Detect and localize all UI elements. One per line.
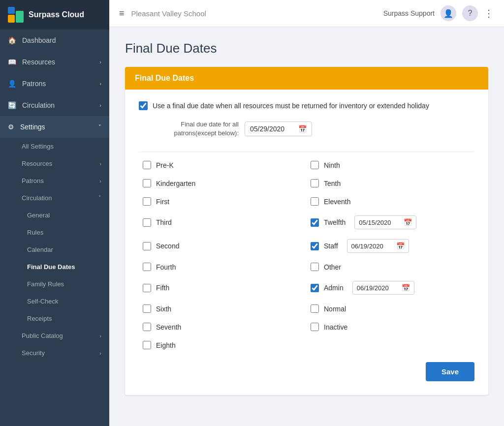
sidebar-item-security[interactable]: Security ›	[0, 344, 109, 362]
grade-row-empty	[307, 336, 474, 354]
card-body: Use a final due date when all resources …	[125, 90, 488, 395]
grade-date-input-staff[interactable]	[351, 243, 393, 250]
sidebar-item-patrons[interactable]: 👤 Patrons ›	[0, 73, 109, 94]
grade-label-third: Third	[156, 218, 172, 226]
grade-checkbox-prek[interactable]	[143, 161, 151, 169]
page-title: Final Due Dates	[125, 41, 488, 56]
chevron-down-icon: ˅	[98, 195, 101, 201]
circulation-label: Circulation	[22, 101, 55, 109]
chevron-down-icon: ˅	[98, 124, 101, 130]
menu-icon[interactable]: ≡	[119, 8, 125, 19]
grade-checkbox-first[interactable]	[143, 197, 151, 206]
more-options-icon[interactable]: ⋮	[484, 7, 494, 19]
sidebar-item-resources[interactable]: 📖 Resources ›	[0, 51, 109, 73]
grade-checkbox-seventh[interactable]	[143, 323, 151, 331]
use-final-due-date-checkbox[interactable]	[139, 101, 148, 110]
calendar-icon-twelfth[interactable]: 📅	[404, 218, 412, 226]
grade-label-twelfth: Twelfth	[324, 218, 346, 226]
main-content: ≡ Pleasant Valley School Surpass Support…	[109, 0, 504, 426]
dashboard-label: Dashboard	[22, 36, 56, 44]
grade-checkbox-other[interactable]	[311, 263, 319, 271]
sidebar: Surpass Cloud 🏠 Dashboard 📖 Resources › …	[0, 0, 109, 426]
sidebar-item-general[interactable]: General	[0, 207, 109, 224]
grade-date-input-twelfth[interactable]	[359, 219, 401, 226]
sidebar-item-all-settings[interactable]: All Settings	[0, 138, 109, 155]
grade-checkbox-third[interactable]	[143, 218, 151, 227]
grade-label-sixth: Sixth	[156, 305, 171, 313]
grade-row-fourth: Fourth	[139, 258, 307, 276]
person-icon: 👤	[8, 80, 16, 88]
grade-row-fifth: Fifth	[139, 276, 307, 300]
grade-label-kindergarten: Kindergarten	[156, 180, 195, 187]
grade-checkbox-eleventh[interactable]	[311, 197, 319, 206]
grade-label-fifth: Fifth	[156, 284, 169, 292]
svg-rect-1	[8, 7, 15, 14]
sidebar-item-circulation-sub[interactable]: Circulation ˅	[0, 189, 109, 207]
chevron-right-icon: ›	[99, 161, 101, 167]
grade-checkbox-fourth[interactable]	[143, 263, 151, 271]
grade-checkbox-staff[interactable]	[311, 242, 319, 250]
grade-row-third: Third	[139, 211, 307, 234]
final-due-date-input[interactable]	[250, 125, 294, 133]
grade-checkbox-tenth[interactable]	[311, 179, 319, 187]
sidebar-item-receipts[interactable]: Receipts	[0, 310, 109, 327]
help-icon[interactable]: ?	[462, 5, 478, 21]
svg-rect-0	[8, 15, 15, 23]
user-avatar-icon[interactable]: 👤	[441, 5, 456, 21]
svg-rect-2	[16, 11, 24, 23]
grade-grid: Pre-K Ninth Kindergarten Tenth	[139, 152, 474, 354]
grade-checkbox-ninth[interactable]	[311, 161, 319, 169]
grade-date-input-admin[interactable]	[357, 284, 399, 292]
grade-checkbox-second[interactable]	[143, 242, 151, 250]
sidebar-item-circulation[interactable]: 🔄 Circulation ›	[0, 94, 109, 116]
calendar-icon-staff[interactable]: 📅	[396, 242, 405, 250]
grade-label-fourth: Fourth	[156, 263, 176, 271]
resources-label: Resources	[22, 58, 55, 66]
grade-checkbox-twelfth[interactable]	[311, 218, 319, 227]
chevron-right-icon: ›	[99, 178, 101, 184]
sidebar-item-resources-sub[interactable]: Resources ›	[0, 155, 109, 172]
sidebar-item-patrons-sub[interactable]: Patrons ›	[0, 172, 109, 189]
grade-checkbox-fifth[interactable]	[143, 284, 151, 292]
grade-row-sixth: Sixth	[139, 300, 307, 318]
grade-row-first: First	[139, 192, 307, 211]
final-due-date-label: Final due date for all patrons(except be…	[153, 120, 239, 138]
sidebar-item-family-rules[interactable]: Family Rules	[0, 275, 109, 293]
grade-row-eleventh: Eleventh	[307, 192, 474, 211]
save-button[interactable]: Save	[426, 362, 474, 381]
sidebar-item-self-check[interactable]: Self-Check	[0, 293, 109, 310]
sidebar-item-final-due-dates[interactable]: Final Due Dates	[0, 258, 109, 275]
grade-checkbox-eighth[interactable]	[143, 341, 151, 349]
grade-checkbox-inactive[interactable]	[311, 323, 319, 331]
grade-label-admin: Admin	[324, 284, 344, 292]
support-label: Surpass Support	[383, 9, 435, 17]
grade-label-second: Second	[156, 242, 179, 250]
patrons-label: Patrons	[22, 80, 46, 88]
calendar-icon-admin[interactable]: 📅	[402, 284, 410, 292]
grade-row-prek: Pre-K	[139, 156, 307, 174]
sidebar-item-dashboard[interactable]: 🏠 Dashboard	[0, 30, 109, 51]
sidebar-item-public-catalog[interactable]: Public Catalog ›	[0, 327, 109, 344]
grade-date-admin: 📅	[352, 281, 414, 295]
grade-label-ninth: Ninth	[324, 161, 340, 169]
surpass-logo-icon	[8, 7, 24, 23]
chevron-right-icon: ›	[99, 350, 101, 356]
chevron-right-icon: ›	[99, 81, 101, 87]
final-due-dates-card: Final Due Dates Use a final due date whe…	[125, 67, 488, 395]
sidebar-item-settings[interactable]: ⚙ Settings ˅	[0, 116, 109, 138]
sidebar-item-rules[interactable]: Rules	[0, 224, 109, 241]
sidebar-item-calendar[interactable]: Calendar	[0, 241, 109, 258]
grade-checkbox-admin[interactable]	[311, 284, 319, 292]
grade-checkbox-kindergarten[interactable]	[143, 179, 151, 187]
grade-checkbox-normal[interactable]	[311, 304, 319, 313]
grade-row-normal: Normal	[307, 300, 474, 318]
grade-label-staff: Staff	[324, 242, 338, 250]
home-icon: 🏠	[8, 36, 16, 44]
grade-checkbox-sixth[interactable]	[143, 304, 151, 313]
settings-label: Settings	[20, 123, 45, 131]
grade-row-inactive: Inactive	[307, 318, 474, 336]
header-right: Surpass Support 👤 ? ⋮	[383, 5, 494, 21]
calendar-icon[interactable]: 📅	[298, 125, 307, 133]
grade-label-other: Other	[324, 263, 341, 271]
grade-date-twelfth: 📅	[354, 215, 416, 229]
